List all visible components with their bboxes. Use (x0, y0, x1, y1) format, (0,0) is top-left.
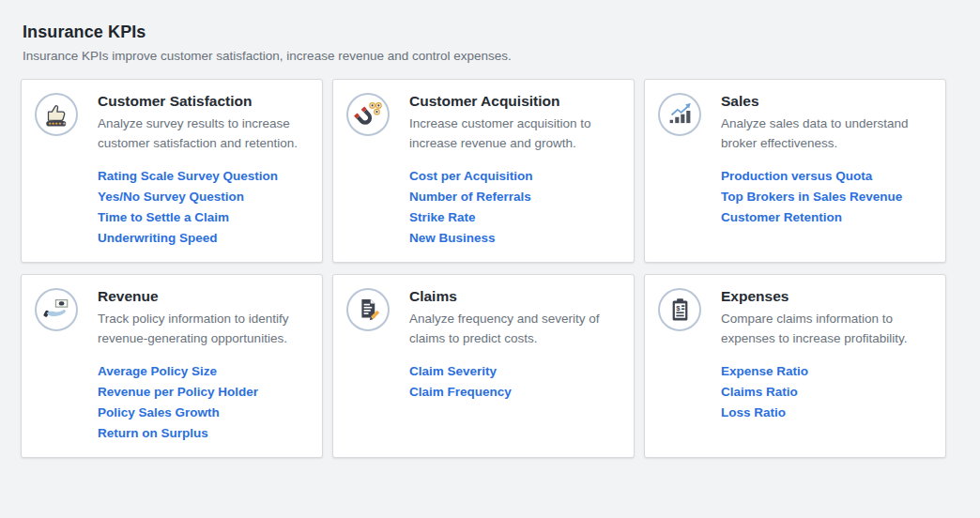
kpi-link-new-business[interactable]: New Business (409, 228, 496, 249)
kpi-link-revenue-per-policy-holder[interactable]: Revenue per Policy Holder (98, 382, 258, 403)
card-description: Analyze survey results to increase custo… (98, 114, 309, 153)
icon-circle (35, 288, 78, 331)
page-title: Insurance KPIs (23, 23, 980, 42)
card-body: Expenses Compare claims information to e… (721, 286, 932, 446)
card-links: Claim SeverityClaim Frequency (409, 361, 620, 403)
kpi-link-yes-no-survey-question[interactable]: Yes/No Survey Question (98, 187, 244, 207)
kpi-link-cost-per-acquisition[interactable]: Cost per Acquisition (409, 166, 533, 187)
page-subtitle: Insurance KPIs improve customer satisfac… (23, 49, 980, 63)
kpi-link-rating-scale-survey-question[interactable]: Rating Scale Survey Question (98, 166, 278, 187)
card-revenue: Revenue Track policy information to iden… (21, 274, 323, 458)
svg-text:★: ★ (62, 121, 66, 126)
icon-circle (346, 288, 390, 331)
card-description: Increase customer acquisition to increas… (409, 114, 620, 153)
card-title: Revenue (98, 286, 309, 306)
kpi-link-production-versus-quota[interactable]: Production versus Quota (721, 166, 872, 187)
bar-chart-trend-icon (665, 99, 696, 130)
svg-text:★★★★: ★★★★ (47, 121, 61, 126)
kpi-link-return-on-surplus[interactable]: Return on Surplus (98, 423, 208, 444)
card-links: Expense RatioClaims RatioLoss Ratio (721, 361, 932, 423)
card-links: Production versus QuotaTop Brokers in Sa… (721, 166, 932, 228)
kpi-link-average-policy-size[interactable]: Average Policy Size (98, 361, 217, 382)
icon-circle (346, 93, 390, 136)
card-links: Average Policy SizeRevenue per Policy Ho… (98, 361, 309, 444)
card-body: Customer Satisfaction Analyze survey res… (98, 91, 309, 251)
kpi-link-underwriting-speed[interactable]: Underwriting Speed (98, 228, 218, 249)
card-sales: Sales Analyze sales data to understand b… (644, 79, 946, 263)
icon-circle: $ (658, 288, 701, 331)
kpi-link-loss-ratio[interactable]: Loss Ratio (721, 403, 786, 423)
icon-circle (658, 93, 701, 136)
kpi-link-top-brokers-in-sales-revenue[interactable]: Top Brokers in Sales Revenue (721, 187, 902, 207)
kpi-link-expense-ratio[interactable]: Expense Ratio (721, 361, 808, 382)
card-icon-column: $ (658, 286, 701, 446)
card-icon-column: ★★★★ ★ (35, 91, 78, 251)
card-links: Cost per AcquisitionNumber of ReferralsS… (409, 166, 620, 249)
magnet-coins-icon (353, 99, 384, 130)
card-icon-column (346, 286, 390, 446)
kpi-grid: ★★★★ ★ Customer Satisfaction Analyze sur… (21, 79, 980, 458)
kpi-link-strike-rate[interactable]: Strike Rate (409, 207, 476, 228)
card-title: Claims (409, 286, 620, 306)
card-title: Sales (721, 91, 932, 111)
card-description: Compare claims information to expenses t… (721, 309, 932, 348)
card-body: Claims Analyze frequency and severity of… (409, 286, 620, 446)
kpi-link-claims-ratio[interactable]: Claims Ratio (721, 382, 798, 403)
kpi-link-time-to-settle-a-claim[interactable]: Time to Settle a Claim (98, 207, 229, 228)
kpi-link-claim-severity[interactable]: Claim Severity (409, 361, 497, 382)
icon-circle: ★★★★ ★ (35, 93, 78, 136)
kpi-link-policy-sales-growth[interactable]: Policy Sales Growth (98, 403, 220, 423)
card-description: Track policy information to identify rev… (98, 309, 309, 348)
card-icon-column (35, 286, 78, 446)
card-expenses: $ Expenses Compare claims information to… (644, 274, 946, 458)
card-body: Sales Analyze sales data to understand b… (721, 91, 932, 251)
hand-holding-money-icon (41, 295, 72, 326)
card-links: Rating Scale Survey QuestionYes/No Surve… (98, 166, 309, 249)
card-customer-acquisition: Customer Acquisition Increase customer a… (332, 79, 635, 263)
insurance-kpis-page: Insurance KPIs Insurance KPIs improve cu… (0, 0, 980, 458)
card-description: Analyze frequency and severity of claims… (409, 309, 620, 348)
svg-text:$: $ (676, 303, 681, 312)
card-claims: Claims Analyze frequency and severity of… (332, 274, 635, 458)
card-body: Revenue Track policy information to iden… (98, 286, 309, 446)
kpi-link-customer-retention[interactable]: Customer Retention (721, 207, 842, 228)
card-title: Expenses (721, 286, 932, 306)
kpi-link-claim-frequency[interactable]: Claim Frequency (409, 382, 512, 403)
card-description: Analyze sales data to understand broker … (721, 114, 932, 153)
thumbs-up-rating-icon: ★★★★ ★ (41, 99, 72, 130)
card-icon-column (658, 91, 701, 251)
card-customer-satisfaction: ★★★★ ★ Customer Satisfaction Analyze sur… (21, 79, 323, 263)
card-title: Customer Acquisition (409, 91, 620, 111)
card-body: Customer Acquisition Increase customer a… (409, 91, 620, 251)
document-pencil-icon (353, 295, 384, 326)
kpi-link-number-of-referrals[interactable]: Number of Referrals (409, 187, 531, 207)
card-icon-column (346, 91, 390, 251)
card-title: Customer Satisfaction (98, 91, 309, 111)
clipboard-dollar-icon: $ (665, 295, 696, 326)
